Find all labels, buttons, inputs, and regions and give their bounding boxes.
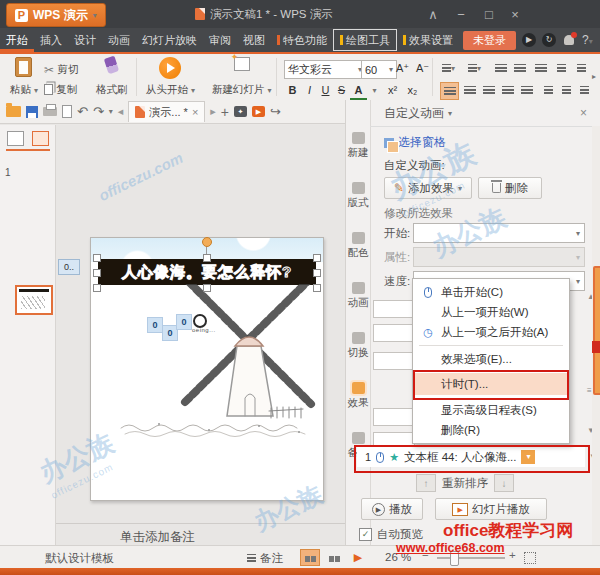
superscript-button[interactable]: x²: [384, 82, 401, 98]
align-right-button[interactable]: [480, 82, 497, 98]
selected-animation-entry[interactable]: 1 ★ 文本框 44: 人心像海... ▾: [357, 447, 585, 467]
text-direction-button[interactable]: [553, 60, 570, 76]
close-pane-icon[interactable]: ×: [580, 106, 587, 120]
tab-slideshow[interactable]: 幻灯片放映: [136, 28, 203, 52]
add-effect-button[interactable]: ✎ 添加效果▾: [384, 177, 472, 199]
menu-item-start-on-click[interactable]: 单击开始(C): [415, 282, 567, 302]
tab-animation[interactable]: 动画: [102, 28, 136, 52]
notes-area[interactable]: 单击添加备注: [56, 523, 345, 546]
resize-handle-sw[interactable]: [93, 284, 101, 292]
login-button[interactable]: 未登录: [463, 31, 516, 50]
app-menu-button[interactable]: P WPS 演示 ▾: [6, 3, 106, 27]
justify-button[interactable]: [499, 82, 516, 98]
sidebar-item-new[interactable]: 新建: [346, 132, 370, 160]
sidebar-item-effects[interactable]: 效果: [346, 382, 370, 410]
grow-font-button[interactable]: A⁺: [394, 60, 411, 76]
font-color-caret[interactable]: ▾: [366, 82, 383, 98]
sidebar-item-transition[interactable]: 切换: [346, 332, 370, 360]
font-name-select[interactable]: 华文彩云▾: [284, 60, 366, 79]
save-icon[interactable]: [26, 106, 38, 118]
slide-canvas[interactable]: 人心像海。要怎么释怀? 0 0 0 oeing...: [90, 237, 324, 501]
community-icon[interactable]: ▶: [522, 33, 536, 47]
undo-icon[interactable]: ↶: [77, 104, 88, 119]
tab-special-features[interactable]: 特色功能: [271, 28, 333, 52]
italic-button[interactable]: I: [301, 82, 318, 98]
print-icon[interactable]: [43, 107, 57, 116]
animation-order-badge[interactable]: 0: [176, 314, 192, 330]
copy-button[interactable]: 复制: [44, 82, 77, 97]
play-from-start-button[interactable]: 从头开始 ▾: [146, 57, 195, 97]
paste-button[interactable]: 粘贴 ▾: [10, 57, 38, 97]
outline-view-tab[interactable]: [7, 131, 24, 146]
zoom-slider-handle[interactable]: [450, 551, 459, 566]
font-color-button[interactable]: A: [350, 82, 367, 101]
decrease-indent-button[interactable]: [492, 60, 509, 76]
zoom-out-button[interactable]: −: [422, 549, 429, 561]
slideshow-tool-icon[interactable]: ▶: [252, 106, 265, 117]
bold-button[interactable]: B: [284, 82, 301, 98]
resize-handle-s[interactable]: [203, 284, 211, 292]
resize-handle-e[interactable]: [313, 269, 321, 277]
beautify-tool-icon[interactable]: ✦: [234, 106, 247, 117]
animation-list-item[interactable]: [373, 352, 415, 370]
close-button[interactable]: ×: [502, 0, 528, 28]
menu-item-remove[interactable]: 删除(R): [415, 420, 567, 440]
bullets-button[interactable]: ▾: [440, 60, 457, 76]
new-slide-button[interactable]: 新建幻灯片 ▾: [212, 57, 271, 97]
share-tool-icon[interactable]: ↪: [270, 104, 281, 119]
tab-review[interactable]: 审阅: [203, 28, 237, 52]
shrink-font-button[interactable]: A⁻: [414, 60, 431, 76]
para-spacing-increase-button[interactable]: [540, 82, 557, 98]
slideshow-play-button[interactable]: ▶ 幻灯片播放: [435, 498, 547, 520]
pane-title-caret[interactable]: ▾: [448, 109, 452, 118]
zoom-slider-track[interactable]: [437, 557, 505, 559]
help-menu[interactable]: ?▾: [582, 33, 593, 47]
redo-icon[interactable]: ↷: [93, 104, 104, 119]
slide-edit-area[interactable]: 0.. 人心像海。要怎么释怀: [56, 125, 345, 545]
resize-handle-nw[interactable]: [93, 254, 101, 262]
slideshow-view-button[interactable]: ▶: [348, 549, 368, 566]
resize-handle-w[interactable]: [93, 269, 101, 277]
menu-item-effect-options[interactable]: 效果选项(E)...: [415, 349, 567, 369]
undo-history-caret[interactable]: ▾: [109, 107, 113, 116]
notes-toggle[interactable]: 备注: [247, 551, 283, 566]
format-painter-button[interactable]: 格式刷: [96, 57, 128, 97]
tab-drawing-tools[interactable]: 绘图工具: [333, 29, 397, 51]
start-dropdown[interactable]: ▾: [413, 223, 585, 243]
menu-item-timing[interactable]: 计时(T)...: [415, 373, 567, 395]
maximize-button[interactable]: □: [476, 0, 502, 28]
strikethrough-button[interactable]: S: [333, 82, 350, 98]
animation-list-item[interactable]: [373, 324, 415, 342]
print-preview-icon[interactable]: [62, 105, 72, 118]
ribbon-expand-icon[interactable]: ▸: [592, 72, 596, 81]
tab-effect-settings[interactable]: 效果设置: [397, 28, 459, 52]
resize-handle-n[interactable]: [203, 254, 211, 262]
pane-scrollbar[interactable]: [592, 126, 600, 545]
increase-indent-button[interactable]: [511, 60, 528, 76]
select-pane-link[interactable]: 选择窗格: [384, 134, 446, 151]
animation-list-item[interactable]: [373, 408, 415, 426]
cut-button[interactable]: ✂ 剪切: [44, 62, 78, 77]
new-tab-icon[interactable]: +: [221, 104, 229, 120]
minimize-button[interactable]: −: [448, 0, 474, 28]
tab-view[interactable]: 视图: [237, 28, 271, 52]
collapse-ribbon-button[interactable]: ∧: [420, 0, 446, 28]
animation-order-badge[interactable]: 0: [147, 317, 163, 333]
scroll-tabs-left-icon[interactable]: ◂: [118, 105, 124, 118]
cloud-sync-icon[interactable]: ↻: [542, 33, 556, 47]
slide-sorter-view-button[interactable]: [324, 549, 344, 566]
animation-list-item[interactable]: [373, 300, 415, 318]
sidebar-item-animation[interactable]: 动画: [346, 282, 370, 310]
para-spacing-options-button[interactable]: [576, 82, 593, 98]
tab-design[interactable]: 设计: [68, 28, 102, 52]
delete-effect-button[interactable]: 删除: [478, 177, 542, 199]
slides-view-tab[interactable]: [32, 131, 49, 146]
columns-button[interactable]: [573, 60, 590, 76]
align-center-button[interactable]: [461, 82, 478, 98]
entry-dropdown-icon[interactable]: ▾: [521, 450, 535, 464]
zoom-in-button[interactable]: +: [509, 549, 516, 561]
slide-1-thumbnail[interactable]: [15, 285, 53, 315]
scroll-grip-icon[interactable]: ≡: [587, 386, 592, 395]
resize-handle-ne[interactable]: [313, 254, 321, 262]
fit-to-window-icon[interactable]: [524, 552, 536, 564]
